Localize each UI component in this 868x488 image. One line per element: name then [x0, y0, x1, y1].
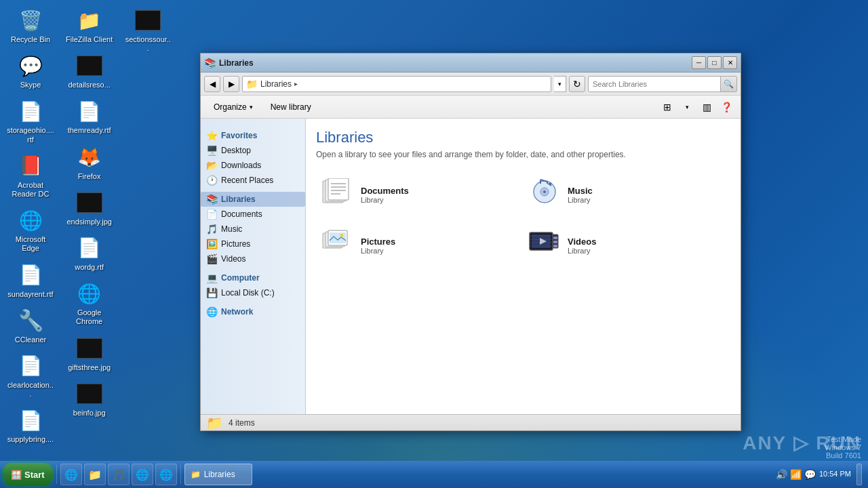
library-item-pictures[interactable]: Pictures Library [316, 224, 516, 268]
desktop-icon-beinfo[interactable]: beinfo.jpg [62, 377, 117, 421]
desktop-icon-firefox[interactable]: 🦊 Firefox [62, 140, 117, 184]
view-mode-button[interactable]: ⊞ [658, 98, 676, 116]
sidebar-header-favorites[interactable]: ⭐ Favorites [201, 128, 305, 143]
desktop-icon-chrome[interactable]: 🌐 Google Chrome [62, 277, 117, 329]
address-text: Libraries [260, 79, 292, 89]
desktop-icon-giftsthree[interactable]: giftsthree.jpg [62, 331, 117, 375]
ccleaner-icon: 🔧 [17, 307, 44, 334]
sidebar-header-network[interactable]: 🌐 Network [201, 304, 305, 319]
address-field[interactable]: 📁 Libraries ▸ [242, 76, 551, 92]
desktop-icon-edge[interactable]: 🌐 Microsoft Edge [3, 203, 58, 256]
search-input[interactable] [589, 77, 720, 92]
desktop-icon-sundayrent[interactable]: 📄 sundayrent.rtf [3, 258, 58, 302]
forward-button[interactable]: ▶ [223, 76, 239, 92]
desktop-icon-supplybring[interactable]: 📄 supplybring.... [3, 403, 58, 447]
desktop-icon-themready[interactable]: 📄 themready.rtf [62, 94, 117, 138]
recent-places-label: Recent Places [221, 176, 273, 185]
taskbar-chrome-button[interactable]: 🌐 [132, 464, 153, 485]
library-item-documents[interactable]: Documents Library [316, 173, 516, 217]
close-button[interactable]: ✕ [723, 56, 737, 69]
acrobat-label: Acrobat Reader DC [7, 181, 54, 199]
library-item-videos[interactable]: Videos Library [523, 224, 723, 268]
edge-label: Microsoft Edge [7, 235, 54, 253]
supplybring-label: supplybring.... [7, 435, 54, 444]
filezilla-label: FileZilla Client [66, 35, 113, 44]
desktop-icon-clearlocation[interactable]: 📄 clearlocation... [3, 349, 58, 402]
show-desktop-button[interactable] [856, 464, 862, 485]
clock-time: 10:54 PM [819, 469, 851, 479]
acrobat-icon: 📕 [17, 152, 44, 180]
content-subtitle: Open a library to see your files and arr… [316, 150, 730, 159]
pictures-grid-icon [321, 229, 354, 262]
desktop-icon-recycle-bin[interactable]: 🗑️ Recycle Bin [3, 3, 58, 47]
clock[interactable]: 10:54 PM [819, 469, 851, 479]
toolbar-right: ⊞ ▾ ▥ ❓ [658, 98, 735, 116]
sidebar-item-recent-places[interactable]: 🕐 Recent Places [201, 173, 305, 188]
view-dropdown-button[interactable]: ▾ [678, 98, 696, 116]
minimize-button[interactable]: ─ [692, 56, 706, 69]
music-sidebar-label: Music [221, 224, 242, 234]
taskbar-libraries-label: Libraries [204, 470, 235, 479]
clearlocation-icon: 📄 [17, 352, 44, 380]
tray-network-icon[interactable]: 📶 [790, 469, 802, 480]
storageohio-label: storageohio....rtf [7, 126, 54, 144]
preview-pane-button[interactable]: ▥ [698, 98, 715, 116]
taskbar-libraries-task[interactable]: 📁 Libraries [184, 464, 252, 485]
taskbar-media-button[interactable]: 🎵 [108, 464, 130, 485]
desktop-icon-skype[interactable]: 💬 Skype [3, 49, 58, 93]
taskbar-divider-2 [180, 465, 181, 484]
desktop-icon-detailsreso[interactable]: detailsreso... [62, 49, 117, 93]
sidebar-item-pictures[interactable]: 🖼️ Pictures [201, 237, 305, 251]
search-button[interactable]: 🔍 [720, 77, 736, 92]
sidebar-section-computer: 💻 Computer 💾 Local Disk (C:) [201, 270, 305, 300]
pictures-sidebar-icon: 🖼️ [206, 239, 218, 249]
tray-action-center-icon[interactable]: 💬 [804, 469, 816, 480]
sidebar-item-local-disk[interactable]: 💾 Local Disk (C:) [201, 285, 305, 300]
address-dropdown-btn[interactable]: ▾ [554, 76, 566, 92]
address-arrow: ▸ [294, 80, 298, 87]
sidebar-item-downloads[interactable]: 📂 Downloads [201, 158, 305, 173]
documents-info: Documents Library [361, 186, 409, 204]
desktop-icon-ccleaner[interactable]: 🔧 CCleaner [3, 304, 58, 348]
wordg-icon: 📄 [76, 235, 103, 262]
taskbar-edge-button[interactable]: 🌐 [155, 464, 177, 485]
sidebar-header-computer[interactable]: 💻 Computer [201, 270, 305, 285]
address-folder-icon: 📁 [246, 79, 258, 89]
new-library-button[interactable]: New library [263, 98, 319, 116]
giftsthree-icon [76, 335, 103, 362]
taskbar-explorer-button[interactable]: 📁 [84, 464, 106, 485]
sidebar-item-videos[interactable]: 🎬 Videos [201, 251, 305, 266]
desktop-icon-endsimply[interactable]: endsimply.jpg [62, 186, 117, 230]
help-button[interactable]: ❓ [717, 98, 735, 116]
computer-icon: 💻 [206, 272, 218, 283]
desktop-icon-storageohio[interactable]: 📄 storageohio....rtf [3, 94, 58, 147]
sidebar-item-desktop[interactable]: 🖥️ Desktop [201, 143, 305, 158]
desktop-icon-sectionssour[interactable]: sectionssour... [121, 3, 175, 56]
maximize-button[interactable]: □ [707, 56, 722, 69]
favorites-icon: ⭐ [206, 130, 218, 141]
status-folder-icon: 📁 [206, 415, 223, 431]
sidebar-header-libraries[interactable]: 📚 Libraries [201, 192, 305, 207]
libraries-nav-label: Libraries [221, 195, 256, 204]
documents-type: Library [361, 196, 409, 204]
desktop-icon-wordg[interactable]: 📄 wordg.rtf [62, 231, 117, 275]
sidebar-item-music[interactable]: 🎵 Music [201, 222, 305, 237]
refresh-button[interactable]: ↻ [569, 76, 585, 92]
sidebar-item-documents[interactable]: 📄 Documents [201, 207, 305, 222]
themready-label: themready.rtf [68, 126, 111, 135]
organize-button[interactable]: Organize ▾ [206, 98, 260, 116]
organize-label: Organize [214, 102, 247, 112]
tray-volume-icon[interactable]: 🔊 [776, 469, 787, 480]
back-button[interactable]: ◀ [204, 76, 220, 92]
watermark-os: Windows 7 [825, 443, 861, 451]
desktop-icon-filezilla[interactable]: 📁 FileZilla Client [62, 3, 117, 47]
system-tray: 🔊 📶 💬 10:54 PM [772, 464, 865, 485]
desktop-icon-acrobat[interactable]: 📕 Acrobat Reader DC [3, 149, 58, 202]
start-button[interactable]: 🪟 Start [3, 463, 53, 486]
videos-sidebar-icon: 🎬 [206, 253, 218, 264]
library-item-music[interactable]: Music Library [523, 173, 723, 217]
detailsreso-label: detailsreso... [68, 81, 110, 89]
giftsthree-label: giftsthree.jpg [68, 363, 111, 372]
local-disk-label: Local Disk (C:) [221, 288, 275, 298]
taskbar-ie-button[interactable]: 🌐 [60, 464, 82, 485]
